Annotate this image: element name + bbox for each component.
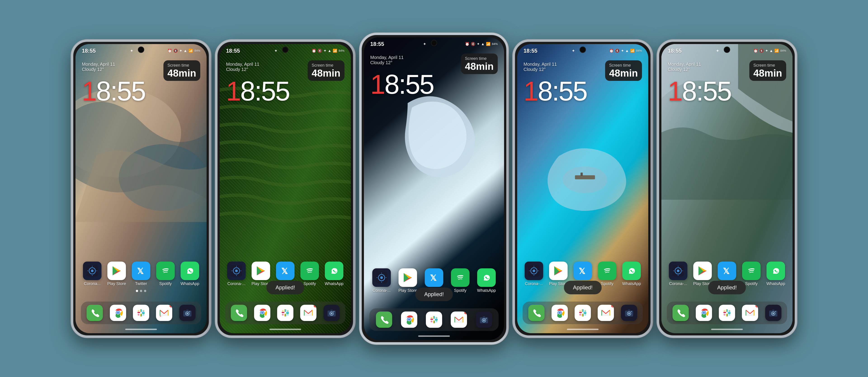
dock-gmail-5[interactable]: 1 — [739, 305, 762, 321]
app-item-whatsapp-4[interactable]: WhatsApp — [619, 262, 644, 286]
spotify-icon-4[interactable] — [598, 262, 616, 280]
camera-app-icon-1[interactable] — [179, 305, 195, 321]
corona-icon-4[interactable] — [525, 262, 543, 280]
app-item-whatsapp-3[interactable]: WhatsApp — [474, 268, 499, 293]
slack-icon-5[interactable] — [719, 305, 735, 321]
gmail-icon-2[interactable]: 1 — [300, 305, 316, 321]
twitter-icon-3[interactable]: 𝕏 — [425, 268, 443, 287]
dock-phone-1[interactable] — [83, 305, 106, 321]
battery-icon-2: 84% — [339, 49, 344, 53]
phone-icon-2[interactable] — [231, 305, 247, 321]
twitter-icon-1[interactable]: 𝕏 — [132, 262, 150, 280]
dock-phone-4[interactable] — [525, 305, 548, 321]
camera-app-icon-4[interactable] — [621, 305, 637, 321]
home-indicator-1 — [125, 329, 157, 330]
dock-phone-3[interactable] — [372, 311, 397, 328]
dock-camera-2[interactable] — [320, 305, 343, 321]
dock-gmail-1[interactable]: M 1 — [153, 305, 176, 321]
corona-icon-1[interactable] — [83, 262, 101, 280]
dock-chrome-3[interactable] — [397, 311, 422, 328]
chrome-icon-1[interactable] — [110, 305, 126, 321]
corona-icon-2[interactable] — [227, 262, 246, 280]
app-item-whatsapp-1[interactable]: WhatsApp — [178, 262, 202, 286]
dock-slack-2[interactable] — [274, 305, 297, 321]
app-item-corona-5[interactable]: Corona-... — [666, 262, 690, 286]
app-item-spotify-3[interactable]: Spotify — [448, 268, 473, 293]
spotify-icon-5[interactable] — [742, 262, 761, 280]
screen-time-value-3: 48min — [465, 61, 494, 72]
app-item-corona-2[interactable]: Corona-... — [224, 262, 249, 286]
svg-point-114 — [602, 266, 612, 276]
app-item-corona-4[interactable]: Corona-... — [522, 262, 546, 286]
app-item-whatsapp-5[interactable]: WhatsApp — [764, 262, 788, 286]
spotify-icon-1[interactable] — [156, 262, 175, 280]
dock-gmail-2[interactable]: 1 — [297, 305, 320, 321]
dock-chrome-4[interactable] — [548, 305, 571, 321]
dock-camera-1[interactable] — [176, 305, 199, 321]
gmail-icon-4[interactable]: 1 — [598, 305, 614, 321]
gmail-icon-5[interactable]: 1 — [742, 305, 758, 321]
dock-camera-5[interactable] — [762, 305, 785, 321]
camera-app-icon-3[interactable] — [476, 311, 492, 328]
whatsapp-icon-3[interactable] — [477, 268, 496, 287]
dock-slack-4[interactable] — [571, 305, 594, 321]
dock-slack-1[interactable] — [129, 305, 153, 321]
app-item-playstore-3[interactable]: Play Store — [395, 268, 420, 293]
app-item-playstore-1[interactable]: Play Store — [104, 262, 129, 286]
dock-phone-2[interactable] — [227, 305, 250, 321]
dock-camera-3[interactable] — [471, 311, 496, 328]
app-item-spotify-1[interactable]: Spotify — [153, 262, 178, 286]
whatsapp-icon-1[interactable] — [181, 262, 199, 280]
app-item-whatsapp-2[interactable]: WhatsApp — [322, 262, 346, 286]
corona-icon-3[interactable] — [372, 268, 391, 287]
dock-camera-4[interactable] — [618, 305, 641, 321]
dock-chrome-5[interactable] — [692, 305, 715, 321]
dock-chrome-2[interactable] — [250, 305, 274, 321]
camera-app-icon-5[interactable] — [765, 305, 781, 321]
whatsapp-icon-2[interactable] — [325, 262, 343, 280]
playstore-icon-1[interactable] — [107, 262, 126, 280]
slack-icon-1[interactable] — [133, 305, 149, 321]
screen-time-label-2: Screen time — [312, 63, 340, 68]
twitter-icon-4[interactable]: 𝕏 — [574, 262, 592, 280]
app-item-corona-3[interactable]: Corona-... — [369, 268, 394, 293]
dock-row-3: 1 — [369, 308, 499, 331]
dock-phone-5[interactable] — [669, 305, 692, 321]
phone-icon-3[interactable] — [376, 311, 392, 328]
whatsapp-icon-5[interactable] — [767, 262, 785, 280]
playstore-icon-3[interactable] — [399, 268, 417, 287]
phone-icon-4[interactable] — [528, 305, 545, 321]
spotify-icon-2[interactable] — [301, 262, 319, 280]
clock-red-digit-1: 1 — [82, 76, 96, 106]
phone-5: 18:55 ✦ ⏰ 🔇 ✦ ▲ 📶 84% Screen time — [657, 39, 797, 338]
chrome-icon-5[interactable] — [696, 305, 712, 321]
slack-icon-4[interactable] — [575, 305, 591, 321]
clock-3: 18:55 — [370, 71, 434, 98]
dock-slack-3[interactable] — [422, 311, 446, 328]
slack-icon-2[interactable] — [277, 305, 293, 321]
dock-slack-5[interactable] — [715, 305, 739, 321]
dock-gmail-4[interactable]: 1 — [594, 305, 617, 321]
gmail-icon-1[interactable]: M 1 — [156, 305, 172, 321]
phone-icon-5[interactable] — [673, 305, 689, 321]
dock-gmail-3[interactable]: 1 — [446, 311, 471, 328]
slack-icon-3[interactable] — [426, 311, 442, 328]
phone-icon-1[interactable] — [87, 305, 103, 321]
chrome-icon-3[interactable] — [401, 311, 417, 328]
playstore-icon-5[interactable] — [693, 262, 712, 280]
playstore-icon-4[interactable] — [549, 262, 567, 280]
playstore-icon-2[interactable] — [252, 262, 270, 280]
camera-app-icon-2[interactable] — [323, 305, 340, 321]
svg-point-35 — [189, 311, 190, 312]
gmail-icon-3[interactable]: 1 — [451, 311, 467, 328]
corona-icon-5[interactable] — [669, 262, 687, 280]
chrome-icon-4[interactable] — [552, 305, 568, 321]
app-item-twitter-1[interactable]: 𝕏 Twitter — [129, 262, 153, 286]
app-item-corona-1[interactable]: Corona... — [80, 262, 104, 286]
chrome-icon-2[interactable] — [254, 305, 270, 321]
spotify-icon-3[interactable] — [451, 268, 469, 287]
dock-chrome-1[interactable] — [106, 305, 129, 321]
twitter-icon-2[interactable]: 𝕏 — [276, 262, 294, 280]
twitter-icon-5[interactable]: 𝕏 — [718, 262, 736, 280]
whatsapp-icon-4[interactable] — [622, 262, 641, 280]
